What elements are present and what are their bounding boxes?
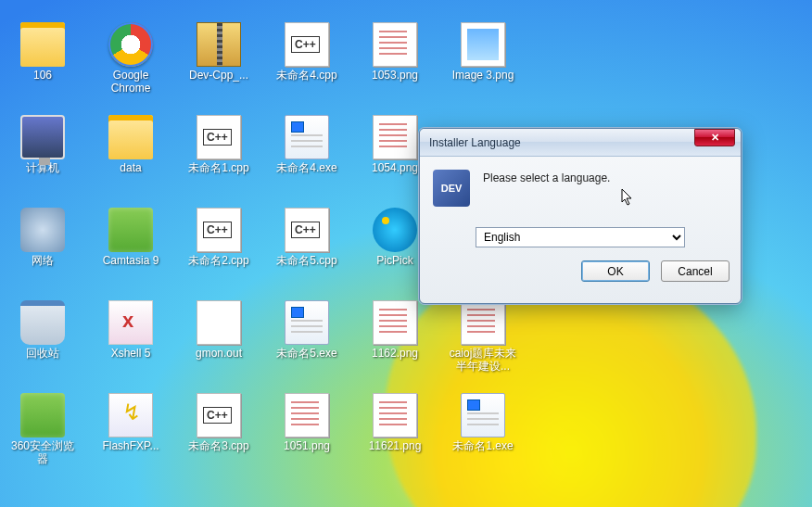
desktop-icon[interactable]: 未命名4.exe: [269, 115, 345, 175]
zip-icon: [197, 22, 241, 67]
desktop-icon[interactable]: Google Chrome: [93, 22, 169, 95]
green-icon: [108, 208, 153, 252]
cpp-icon: [197, 115, 241, 159]
monitor-icon: [20, 115, 65, 159]
desktop-icon-label: Google Chrome: [94, 70, 168, 95]
desktop-icon[interactable]: FlashFXP...: [93, 393, 169, 453]
folder-icon: [108, 115, 153, 159]
desktop-icon[interactable]: 未命名1.exe: [445, 393, 521, 453]
desktop-icon[interactable]: 1162.png: [357, 300, 433, 361]
desktop-icon[interactable]: 计算机: [5, 115, 81, 175]
desktop-icon-label: gmon.out: [196, 348, 242, 361]
fxp-icon: [108, 393, 153, 437]
cpp-icon: [285, 208, 329, 252]
ok-button[interactable]: OK: [581, 260, 650, 282]
picpick-icon: [373, 208, 417, 252]
txt-icon: [285, 393, 329, 437]
desktop-icon[interactable]: 网络: [5, 208, 81, 268]
txt-icon: [461, 300, 505, 345]
installer-language-dialog: Installer Language ✕ DEV Please select a…: [419, 128, 742, 304]
desktop-icon[interactable]: Xshell 5: [93, 300, 169, 361]
dev-cpp-icon: DEV: [433, 170, 470, 207]
dialog-message: Please select a language.: [483, 170, 610, 207]
desktop-icon[interactable]: 回收站: [5, 300, 81, 361]
txt-icon: [373, 115, 417, 159]
desktop-icon-label: 1054.png: [372, 162, 418, 175]
desktop-icon-label: 未命名4.exe: [276, 162, 336, 175]
cancel-button[interactable]: Cancel: [661, 260, 730, 282]
desktop-icon[interactable]: 1053.png: [357, 22, 433, 82]
desktop-icon[interactable]: Camtasia 9: [93, 208, 169, 268]
desktop-icon-label: 1053.png: [372, 70, 418, 82]
desktop-icon-label: 回收站: [26, 348, 59, 361]
desktop-icon[interactable]: 360安全浏览器: [5, 393, 81, 466]
folder-icon: [20, 22, 65, 67]
desktop-icon[interactable]: 未命名5.cpp: [269, 208, 345, 268]
desktop-icon[interactable]: 106: [5, 22, 81, 82]
desktop-icon-label: Image 3.png: [452, 70, 514, 82]
desktop-icon-label: 360安全浏览器: [6, 440, 80, 466]
desktop-icon[interactable]: 未命名5.exe: [269, 300, 345, 361]
desktop-icon-label: 1051.png: [284, 440, 330, 453]
desktop-icon[interactable]: Dev-Cpp_...: [181, 22, 257, 82]
desktop-icon-label: 1162.png: [372, 348, 418, 361]
desktop-icon-label: 11621.png: [369, 440, 422, 453]
desktop-icon-label: 未命名5.cpp: [276, 255, 336, 268]
desktop-icon-label: Camtasia 9: [103, 255, 159, 268]
desktop-icon[interactable]: 未命名3.cpp: [181, 393, 257, 453]
desktop-icon[interactable]: 未命名2.cpp: [181, 208, 257, 268]
desktop-icon[interactable]: caioj题库未来半年建设...: [445, 300, 521, 374]
green-icon: [20, 393, 65, 437]
desktop-icon-label: caioj题库未来半年建设...: [446, 348, 520, 374]
desktop-icon-label: FlashFXP...: [102, 440, 159, 453]
chrome-icon: [108, 22, 153, 67]
desktop-icon-label: 未命名3.cpp: [188, 440, 248, 453]
desktop-icon-label: 网络: [32, 255, 54, 268]
xsh-icon: [108, 300, 153, 345]
dialog-titlebar[interactable]: Installer Language ✕: [420, 129, 741, 157]
desktop-icon-label: 106: [33, 70, 52, 82]
desktop-icon-label: 未命名1.exe: [452, 440, 513, 453]
desktop-icon[interactable]: 未命名1.cpp: [181, 115, 257, 175]
desktop-icon[interactable]: Image 3.png: [445, 22, 521, 82]
trash-icon: [20, 300, 65, 345]
desktop-icon[interactable]: gmon.out: [181, 300, 257, 361]
desktop-icon[interactable]: 未命名4.cpp: [269, 22, 345, 82]
language-select[interactable]: English: [476, 227, 685, 247]
desktop-icon-label: data: [120, 162, 141, 175]
cpp-icon: [197, 208, 241, 252]
close-button[interactable]: ✕: [694, 129, 735, 146]
img-icon: [461, 22, 505, 67]
page-icon: [197, 300, 241, 345]
desktop-icon-label: 未命名5.exe: [276, 348, 336, 361]
desktop-icon-label: 未命名1.cpp: [188, 162, 248, 175]
cpp-icon: [285, 22, 329, 67]
desktop-icon-label: 未命名4.cpp: [276, 70, 336, 82]
desktop-icon[interactable]: 11621.png: [357, 393, 433, 453]
close-icon: ✕: [711, 132, 719, 144]
desktop-icon-label: 未命名2.cpp: [188, 255, 248, 268]
txt-icon: [373, 393, 417, 437]
desktop-icon-label: Xshell 5: [111, 348, 151, 361]
exe-icon: [285, 300, 329, 345]
desktop-icon-label: PicPick: [376, 255, 412, 268]
cpp-icon: [197, 393, 241, 437]
txt-icon: [373, 22, 417, 67]
exe-icon: [285, 115, 329, 159]
txt-icon: [373, 300, 417, 345]
dialog-title: Installer Language: [429, 136, 694, 149]
desktop-icon[interactable]: data: [93, 115, 169, 175]
desktop-icon-label: Dev-Cpp_...: [189, 70, 248, 82]
exe-icon: [461, 393, 505, 437]
desktop-icon[interactable]: 1051.png: [269, 393, 345, 453]
net-icon: [20, 208, 65, 252]
